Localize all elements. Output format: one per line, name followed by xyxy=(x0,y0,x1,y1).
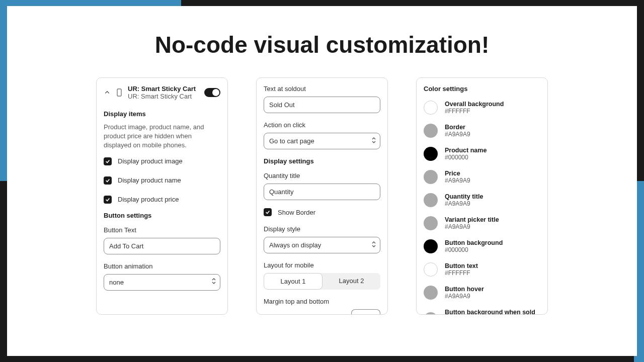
qty-title-label: Quantity title xyxy=(264,172,380,179)
color-row[interactable]: Button text#FFFFFF xyxy=(424,262,540,277)
color-hex: #A9A9A9 xyxy=(445,223,499,230)
check-label: Display product price xyxy=(118,196,179,203)
color-row[interactable]: Border#A9A9A9 xyxy=(424,124,540,138)
button-anim-label: Button animation xyxy=(104,262,220,270)
button-settings-heading: Button settings xyxy=(104,212,220,219)
color-meta: Border#A9A9A9 xyxy=(445,124,470,138)
color-name: Quantity title xyxy=(445,193,483,200)
block-titles: UR: Smart Sticky Cart UR: Smart Sticky C… xyxy=(128,85,199,100)
color-swatch xyxy=(424,262,438,277)
checkbox-icon xyxy=(264,208,272,216)
color-hex: #A9A9A9 xyxy=(445,177,470,184)
soldout-input[interactable] xyxy=(264,97,380,113)
check-display-price[interactable]: Display product price xyxy=(104,196,220,204)
color-row[interactable]: Overall background#FFFFFF xyxy=(424,101,540,115)
display-style-select[interactable]: Always on display xyxy=(264,237,380,253)
color-row[interactable]: Quantity title#A9A9A9 xyxy=(424,193,540,207)
panel-color-settings: Color settings Overall background#FFFFFF… xyxy=(416,77,548,315)
color-list: Overall background#FFFFFFBorder#A9A9A9Pr… xyxy=(424,101,540,315)
color-name: Button hover xyxy=(445,286,484,293)
layout-segmented: Layout 1 Layout 2 xyxy=(264,273,380,290)
layout1-button[interactable]: Layout 1 xyxy=(264,273,323,290)
layout-mobile-label: Layout for mobile xyxy=(264,261,380,269)
color-hex: #000000 xyxy=(445,154,487,161)
color-name: Border xyxy=(445,124,470,131)
color-meta: Quantity title#A9A9A9 xyxy=(445,193,483,207)
block-subtitle: UR: Smart Sticky Cart xyxy=(128,93,199,100)
color-hex: #A9A9A9 xyxy=(445,293,484,300)
button-text-field: Button Text xyxy=(104,226,220,254)
color-row[interactable]: Button hover#A9A9A9 xyxy=(424,286,540,300)
display-settings-heading: Display settings xyxy=(264,157,380,165)
color-name: Button background when sold out xyxy=(445,309,540,315)
color-meta: Variant picker title#A9A9A9 xyxy=(445,216,499,230)
display-style-label: Display style xyxy=(264,225,380,233)
button-anim-select[interactable]: none xyxy=(104,274,220,291)
display-style-field: Display style Always on display xyxy=(264,225,380,253)
button-text-label: Button Text xyxy=(104,226,220,234)
color-swatch xyxy=(424,286,438,300)
color-swatch xyxy=(424,239,438,253)
check-display-name[interactable]: Display product name xyxy=(104,176,220,185)
color-name: Button background xyxy=(445,239,503,246)
margin-label: Margin top and bottom xyxy=(264,298,380,305)
color-name: Overall background xyxy=(445,101,504,108)
button-anim-field: Button animation none xyxy=(104,262,220,291)
color-settings-heading: Color settings xyxy=(424,85,540,93)
color-row[interactable]: Button background#000000 xyxy=(424,239,540,253)
color-name: Product name xyxy=(445,147,487,154)
check-display-image[interactable]: Display product image xyxy=(104,157,220,165)
phone-icon xyxy=(116,87,123,98)
color-swatch xyxy=(424,170,438,184)
action-select[interactable]: Go to cart page xyxy=(264,133,380,149)
soldout-label: Text at soldout xyxy=(264,85,380,93)
color-swatch xyxy=(424,101,438,115)
action-label: Action on click xyxy=(264,121,380,129)
color-meta: Button background#000000 xyxy=(445,239,503,253)
check-show-border[interactable]: Show Border xyxy=(264,208,380,216)
checkbox-icon xyxy=(104,176,112,185)
color-name: Price xyxy=(445,170,470,177)
color-hex: #000000 xyxy=(445,246,503,253)
margin-input[interactable] xyxy=(351,309,380,315)
button-text-input[interactable] xyxy=(104,238,220,254)
check-label: Display product image xyxy=(118,157,183,165)
checkbox-icon xyxy=(104,196,112,204)
color-hex: #FFFFFF xyxy=(445,108,504,115)
color-swatch xyxy=(424,124,438,138)
layout-mobile-field: Layout for mobile Layout 1 Layout 2 xyxy=(264,261,380,290)
block-header: UR: Smart Sticky Cart UR: Smart Sticky C… xyxy=(104,85,220,100)
checkbox-icon xyxy=(104,157,112,165)
soldout-field: Text at soldout xyxy=(264,85,380,113)
color-meta: Button hover#A9A9A9 xyxy=(445,286,484,300)
cards-row: UR: Smart Sticky Cart UR: Smart Sticky C… xyxy=(7,77,637,315)
color-hex: #A9A9A9 xyxy=(445,131,470,138)
chevron-up-icon[interactable] xyxy=(104,89,111,96)
color-meta: Button background when sold out#A9A9A9 xyxy=(445,309,540,315)
color-meta: Overall background#FFFFFF xyxy=(445,101,504,115)
color-meta: Price#A9A9A9 xyxy=(445,170,470,184)
layout2-button[interactable]: Layout 2 xyxy=(323,273,380,290)
panel-display-items: UR: Smart Sticky Cart UR: Smart Sticky C… xyxy=(96,77,228,315)
color-swatch xyxy=(424,216,438,230)
check-label: Display product name xyxy=(118,176,181,184)
main-panel: No-code visual customization! UR: Smart … xyxy=(7,6,637,356)
block-toggle[interactable] xyxy=(204,88,220,97)
color-row[interactable]: Product name#000000 xyxy=(424,147,540,161)
color-row[interactable]: Variant picker title#A9A9A9 xyxy=(424,216,540,230)
color-swatch xyxy=(424,193,438,207)
color-hex: #FFFFFF xyxy=(445,269,478,277)
qty-title-input[interactable] xyxy=(264,184,380,200)
page-title: No-code visual customization! xyxy=(7,31,637,58)
color-row[interactable]: Price#A9A9A9 xyxy=(424,170,540,184)
display-items-heading: Display items xyxy=(104,110,220,118)
margin-field: Margin top and bottom xyxy=(264,298,380,315)
color-row[interactable]: Button background when sold out#A9A9A9 xyxy=(424,309,540,315)
color-name: Variant picker title xyxy=(445,216,499,223)
block-name: UR: Smart Sticky Cart xyxy=(128,85,199,93)
check-label: Show Border xyxy=(278,209,315,216)
color-meta: Product name#000000 xyxy=(445,147,487,161)
color-hex: #A9A9A9 xyxy=(445,200,483,207)
qty-title-field: Quantity title xyxy=(264,172,380,200)
color-meta: Button text#FFFFFF xyxy=(445,262,478,277)
